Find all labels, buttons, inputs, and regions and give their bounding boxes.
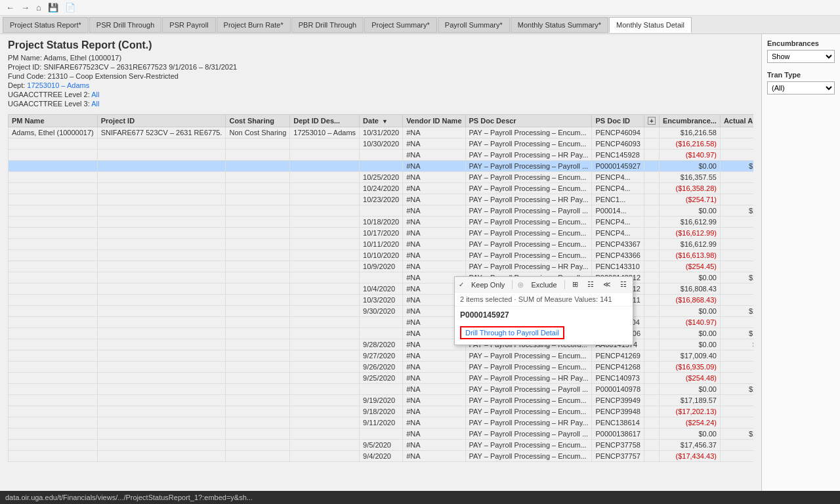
cell-6-3 (290, 194, 360, 205)
tab-monthly-status-summary-[interactable]: Monthly Status Summary* (511, 17, 608, 33)
table-row[interactable]: 9/4/2020#NAPAY – Payroll Processing – En… (9, 451, 754, 462)
cell-2-10: $0.00 (720, 150, 753, 161)
cell-4-5: #NA (403, 172, 465, 183)
table-row[interactable]: #NAPAY – Payroll Processing – Payroll ..… (9, 272, 754, 284)
ugaacct2-link[interactable]: All (91, 91, 99, 98)
cell-21-3 (290, 362, 360, 373)
doc-button[interactable]: 📄 (63, 3, 77, 12)
col-header-1[interactable]: Project ID (97, 115, 226, 127)
col-header-8[interactable]: + (644, 115, 660, 127)
tab-payroll-summary-[interactable]: Payroll Summary* (438, 17, 510, 33)
cell-27-8 (644, 429, 660, 440)
table-row[interactable]: #NAPAY – Payroll Processing – Payroll ..… (9, 205, 754, 217)
cell-9-4: 10/17/2020 (360, 228, 403, 239)
cell-4-6: PAY – Payroll Processing – Encum... (465, 172, 592, 183)
tab-monthly-status-detail[interactable]: Monthly Status Detail (609, 17, 692, 33)
cell-3-5: #NA (403, 161, 465, 172)
table-row[interactable]: 9/25/2020#NAPAY – Payroll Processing – H… (9, 373, 754, 384)
table-row[interactable]: Adams, Ethel (10000017)SNIFARE677 523CV … (9, 127, 754, 138)
table-row[interactable]: 10/30/2020#NAPAY – Payroll Processing – … (9, 138, 754, 150)
table-row[interactable]: 9/28/2020#NAPAY – Payroll Processing – R… (9, 339, 754, 350)
context-menu-link: Drill Through to Payroll Detail (455, 324, 633, 345)
keep-only-button[interactable]: Keep Only (469, 280, 507, 289)
cell-8-5: #NA (403, 217, 465, 228)
table-row[interactable]: 10/4/2020#NAPAY – Payroll Processing – E… (9, 284, 754, 295)
tab-psr-payroll[interactable]: PSR Payroll (162, 17, 215, 33)
table-row[interactable]: #NAPAY – Payroll Processing – Payroll ..… (9, 429, 754, 440)
cell-14-3 (290, 284, 360, 295)
back-button[interactable]: ← (4, 3, 16, 12)
table-row[interactable]: #NAPAY – Payroll Processing – HR Pay...P… (9, 317, 754, 328)
grid-icon-btn[interactable]: ☷ (618, 280, 629, 289)
ugaacct3-link[interactable]: All (91, 100, 99, 108)
cell-25-2 (226, 406, 290, 417)
table-row[interactable]: 10/17/2020#NAPAY – Payroll Processing – … (9, 228, 754, 239)
cell-17-0 (9, 317, 98, 328)
cell-20-5: #NA (403, 350, 465, 362)
col-header-6[interactable]: PS Doc Descr (465, 115, 592, 127)
cell-12-10: $0.00 (720, 261, 753, 272)
tab-project-status-report-[interactable]: Project Status Report* (3, 17, 89, 33)
table-row[interactable]: 9/18/2020#NAPAY – Payroll Processing – E… (9, 406, 754, 417)
table-row[interactable]: 9/5/2020#NAPAY – Payroll Processing – En… (9, 440, 754, 451)
encumbrances-select[interactable]: Show Hide (767, 50, 835, 63)
expand-col-icon[interactable]: + (648, 117, 656, 125)
chart-icon-btn[interactable]: ☷ (585, 280, 596, 289)
cell-10-7: PENCP43367 (592, 239, 644, 250)
cell-29-0 (9, 451, 98, 462)
table-row[interactable]: 10/10/2020#NAPAY – Payroll Processing – … (9, 250, 754, 261)
tab-project-burn-rate-[interactable]: Project Burn Rate* (217, 17, 291, 33)
col-header-10[interactable]: Actual Amount (720, 115, 753, 127)
col-header-7[interactable]: PS Doc ID (592, 115, 644, 127)
col-header-2[interactable]: Cost Sharing (226, 115, 290, 127)
table-row[interactable]: #NAPAY – Payroll Processing – Payroll ..… (9, 328, 754, 339)
col-header-4[interactable]: Date ▼ (360, 115, 403, 127)
home-button[interactable]: ⌂ (34, 3, 43, 12)
table-row[interactable]: 9/11/2020#NAPAY – Payroll Processing – H… (9, 417, 754, 429)
table-row[interactable]: 9/26/2020#NAPAY – Payroll Processing – E… (9, 362, 754, 373)
tab-project-summary-[interactable]: Project Summary* (364, 17, 437, 33)
cell-2-5: #NA (403, 150, 465, 161)
table-row[interactable]: 10/18/2020#NAPAY – Payroll Processing – … (9, 217, 754, 228)
table-row[interactable]: 10/11/2020#NAPAY – Payroll Processing – … (9, 239, 754, 250)
cell-15-3 (290, 295, 360, 306)
cell-12-3 (290, 261, 360, 272)
tab-pbr-drill-through[interactable]: PBR Drill Through (291, 17, 364, 33)
table-row[interactable]: 10/24/2020#NAPAY – Payroll Processing – … (9, 183, 754, 194)
col-header-3[interactable]: Dept ID Des... (290, 115, 360, 127)
tran-type-select[interactable]: (All) (767, 81, 835, 94)
group-icon-btn[interactable]: ≪ (601, 280, 613, 289)
expand-icon-btn[interactable]: ⊞ (570, 280, 580, 289)
cell-17-4 (360, 317, 403, 328)
table-row[interactable]: 9/30/2020#NAPAY – Payroll Processing – .… (9, 306, 754, 317)
save-button[interactable]: 💾 (46, 3, 60, 12)
table-row[interactable]: #NAPAY – Payroll Processing – HR Pay...P… (9, 150, 754, 161)
cell-27-9: $0.00 (660, 429, 721, 440)
col-header-5[interactable]: Vendor ID Name (403, 115, 465, 127)
table-row[interactable]: 10/3/2020#NAPAY – Payroll Processing – E… (9, 295, 754, 306)
table-row[interactable]: #NAPAY – Payroll Processing – Payroll ..… (9, 384, 754, 395)
tab-psr-drill-through[interactable]: PSR Drill Through (89, 17, 161, 33)
cell-8-4: 10/18/2020 (360, 217, 403, 228)
table-row[interactable]: 10/23/2020#NAPAY – Payroll Processing – … (9, 194, 754, 205)
cell-16-9: $0.00 (660, 306, 721, 317)
nav-bar: ← → ⌂ 💾 📄 (0, 0, 840, 16)
cell-0-4: 10/31/2020 (360, 127, 403, 138)
cell-20-8 (644, 350, 660, 362)
dept-link[interactable]: 17253010 – Adams (27, 81, 89, 89)
col-header-0[interactable]: PM Name (9, 115, 98, 127)
forward-button[interactable]: → (19, 3, 32, 12)
drill-through-link[interactable]: Drill Through to Payroll Detail (460, 326, 564, 339)
cell-22-4: 9/25/2020 (360, 373, 403, 384)
exclude-button[interactable]: Exclude (529, 280, 558, 289)
table-row[interactable]: 9/19/2020#NAPAY – Payroll Processing – E… (9, 395, 754, 406)
cell-2-2 (226, 150, 290, 161)
cell-10-8 (644, 239, 660, 250)
cell-22-0 (9, 373, 98, 384)
table-row[interactable]: 9/27/2020#NAPAY – Payroll Processing – E… (9, 350, 754, 362)
table-row[interactable]: 10/25/2020#NAPAY – Payroll Processing – … (9, 172, 754, 183)
table-row[interactable]: 10/9/2020#NAPAY – Payroll Processing – H… (9, 261, 754, 272)
encumbrances-section: Encumbrances Show Hide (767, 39, 835, 63)
col-header-9[interactable]: Encumbrance... (660, 115, 721, 127)
table-row[interactable]: #NAPAY – Payroll Processing – Payroll ..… (9, 161, 754, 172)
